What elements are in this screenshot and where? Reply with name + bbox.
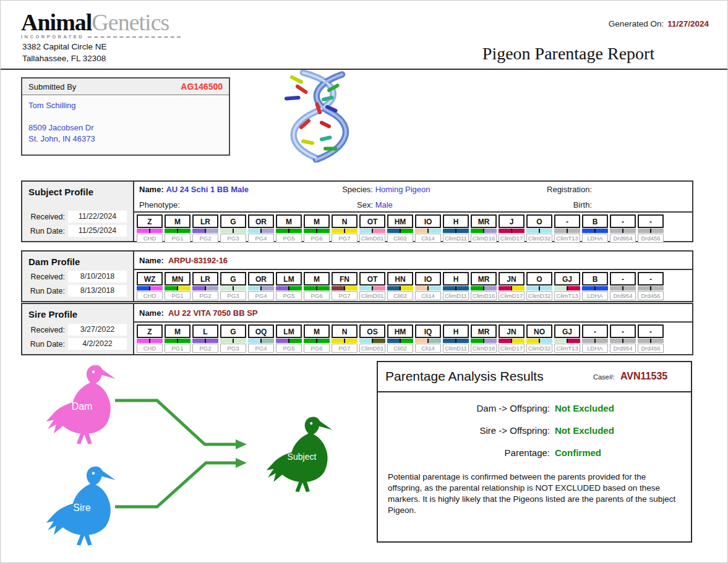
dam-name: ARPU-83192-16 <box>168 256 228 265</box>
sire-name-row: Name: AU 22 VITA 7050 BB SP <box>134 304 692 323</box>
sire-dates: Received: 3/27/2022 Run Date: 4/2/2022 <box>22 321 127 350</box>
marker-locus-label: Drd954 <box>610 291 636 300</box>
sire-arrow-head <box>236 458 247 468</box>
dam-offspring-label: Dam -> Offspring: <box>378 402 550 415</box>
marker-column: HMCli02 <box>387 214 413 243</box>
marker-locus-label: ClimT13 <box>554 344 580 353</box>
allele-color-right <box>540 286 552 290</box>
allele-color-right <box>150 229 163 233</box>
marker-column: MNPG1 <box>165 272 191 300</box>
marker-color-bar <box>554 229 580 233</box>
marker-color-bar <box>582 286 608 290</box>
marker-color-bar <box>387 339 413 343</box>
allele-color-left <box>359 339 372 343</box>
marker-column: -Drd954 <box>610 272 636 300</box>
marker-column: JNClimD17 <box>499 272 525 300</box>
marker-column: LRPG2 <box>192 272 218 300</box>
allele-color-left <box>415 286 427 290</box>
marker-locus-label: ClimT13 <box>554 234 580 243</box>
marker-column: NOClimD32 <box>526 324 552 353</box>
allele-color-right <box>401 339 413 343</box>
marker-locus-label: Drd456 <box>638 291 664 300</box>
marker-allele: H <box>443 272 469 286</box>
marker-column: JClimD17 <box>499 214 525 243</box>
submitted-by-label: Submitted By <box>28 82 76 91</box>
allele-color-right <box>317 229 330 233</box>
allele-color-left <box>220 339 233 343</box>
dam-offspring-result: Not Excluded <box>555 402 614 415</box>
marker-allele: FN <box>332 272 358 286</box>
dam-pigeon-image: Dam <box>35 363 132 448</box>
marker-locus-label: ClimT13 <box>554 291 580 300</box>
allele-color-left <box>443 229 455 233</box>
run-date-value: 8/13/2018 <box>68 285 127 297</box>
run-date-row: Run Date: 11/25/2024 <box>22 225 127 237</box>
marker-allele: HM <box>387 214 413 228</box>
sire-profile-details: Name: AU 22 VITA 7050 BB SP ZCHDMPG1LPG2… <box>134 304 692 354</box>
marker-allele: OR <box>248 214 274 228</box>
allele-color-right <box>429 339 441 343</box>
marker-color-bar <box>248 229 274 233</box>
allele-color-left <box>276 339 288 343</box>
marker-column: -Drd456 <box>638 272 664 300</box>
marker-allele: MR <box>471 324 497 338</box>
allele-color-right <box>651 229 664 233</box>
marker-allele: O <box>526 214 552 228</box>
subject-pigeon-label: Subject <box>288 452 317 462</box>
allele-color-right <box>317 339 330 343</box>
marker-locus-label: LDHA <box>582 291 608 300</box>
marker-allele: LM <box>276 272 302 286</box>
marker-color-bar <box>165 286 191 290</box>
allele-color-right <box>150 339 163 343</box>
birth-pair: Birth: <box>535 197 592 213</box>
dam-pigeon-eye <box>92 371 95 373</box>
sire-pigeon-eye <box>92 472 95 475</box>
submitted-by-body: Tom Schilling 8509 Jacobsen Dr St. John,… <box>22 95 229 150</box>
marker-color-bar <box>220 339 246 343</box>
sire-name: AU 22 VITA 7050 BB SP <box>168 308 258 318</box>
marker-allele: M <box>276 214 302 228</box>
marker-color-bar <box>526 286 552 290</box>
marker-column: ORPG4 <box>248 214 274 243</box>
address-line1: 3382 Capital Circle NE <box>22 41 107 53</box>
logo-genetics: Genetics <box>92 9 169 35</box>
sire-name-header: Name: AU 22 VITA 7050 BB SP <box>134 304 692 323</box>
marker-locus-label: ClimD16 <box>471 344 497 353</box>
marker-allele: - <box>610 324 636 338</box>
marker-color-bar <box>220 229 246 233</box>
marker-locus-label: PG6 <box>304 291 330 300</box>
marker-allele: O <box>526 272 552 286</box>
species-value: Homing Pigeon <box>375 185 430 194</box>
marker-locus-label: Cli02 <box>387 234 413 243</box>
sire-pigeon-label: Sire <box>73 502 91 513</box>
marker-column: JNClimD17 <box>499 324 525 353</box>
marker-color-bar <box>499 229 525 233</box>
marker-color-bar <box>220 286 246 290</box>
marker-allele: M <box>304 272 330 286</box>
marker-column: WZCHD <box>137 272 163 300</box>
subject-dates: Received: 11/22/2024 Run Date: 11/25/202… <box>22 208 127 237</box>
marker-locus-label: Cli02 <box>387 291 413 300</box>
dam-profile-section: Dam Profile Received: 8/10/2018 Run Date… <box>21 250 693 302</box>
marker-column: HMCli02 <box>387 324 413 353</box>
marker-column: MPG6 <box>304 324 330 353</box>
marker-locus-label: PG2 <box>192 291 218 300</box>
analysis-note: Potential parentage is confirmed between… <box>388 472 677 516</box>
company-address: 3382 Capital Circle NE Tallahassee, FL 3… <box>22 41 107 64</box>
received-row: Received: 8/10/2018 <box>22 271 127 282</box>
subject-profile-section: Subject Profile Received: 11/22/2024 Run… <box>21 180 693 242</box>
marker-locus-label: Drd954 <box>610 234 636 243</box>
marker-color-bar <box>499 286 525 290</box>
marker-color-bar <box>415 229 441 233</box>
marker-color-bar <box>415 339 441 343</box>
marker-allele: NO <box>526 324 552 338</box>
marker-allele: Z <box>137 214 163 228</box>
marker-allele: JN <box>499 324 525 338</box>
run-date-value: 4/2/2022 <box>68 338 127 350</box>
marker-locus-label: ClimD17 <box>499 344 525 353</box>
allele-color-left <box>554 229 567 233</box>
marker-locus-label: ClimD01 <box>359 234 385 243</box>
marker-allele: B <box>582 214 608 228</box>
marker-color-bar <box>165 229 191 233</box>
allele-color-left <box>471 229 483 233</box>
